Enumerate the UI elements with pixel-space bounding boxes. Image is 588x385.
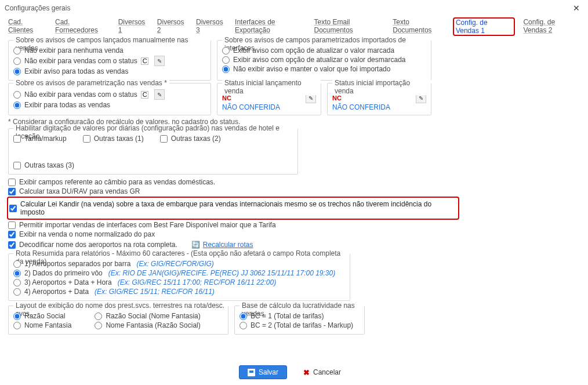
g1-r2-label: Não exibir para vendas com o status [24, 57, 137, 65]
save-icon [248, 369, 255, 376]
g8-r3[interactable] [95, 313, 102, 320]
chk-decod[interactable] [8, 241, 16, 249]
g9-r2-label: BC = 2 (Total de tarifas - Markup) [251, 321, 353, 329]
g8-r1-label: Razão Social [24, 312, 66, 320]
recalc-link[interactable]: Recalcular rotas [203, 241, 253, 249]
g7-r4-label: 4) Aeroportos + Data [24, 288, 89, 296]
group5-legend: Status inicial importação venda [332, 79, 431, 95]
g2-r2-label: Exibir aviso com opção de atualizar o va… [233, 56, 405, 64]
tab-diversos1[interactable]: Diversos 1 [117, 17, 149, 36]
g8-r4-label: Nome Fantasia (Razão Social) [106, 321, 200, 329]
g3-r1[interactable] [13, 91, 21, 99]
group4-legend: Status inicial lançamento venda [222, 79, 321, 95]
tab-cad-fornecedores[interactable]: Cad. Fornecedores [54, 17, 110, 36]
chk-tarifa[interactable] [13, 135, 21, 143]
g7-r4-ex: (Ex: GIG/REC 15/11; REC/FOR 16/11) [95, 288, 215, 296]
chk-durav-label: Calcular taxa DU/RAV para vendas GR [19, 187, 140, 195]
chk-cambio[interactable] [8, 179, 16, 186]
g3-r1-label: Não exibir para vendas com o status [24, 90, 137, 99]
tab-interfaces[interactable]: Interfaces de Exportação [234, 17, 306, 36]
chk-decod-label: Decodificar nome dos aeroportos na rota … [19, 241, 177, 249]
tab-bar: Cad. Clientes Cad. Fornecedores Diversos… [0, 16, 588, 38]
cancel-button[interactable]: ✖ Cancelar [295, 365, 349, 379]
g2-r3[interactable] [222, 66, 230, 73]
cancel-label: Cancelar [313, 368, 341, 376]
cancel-icon: ✖ [303, 368, 310, 377]
tab-config-vendas2[interactable]: Config. de Vendas 2 [522, 17, 581, 36]
g3-r2[interactable] [13, 101, 21, 109]
chk-kandir-label: Calcular Lei Kandir (na venda) sobre a t… [20, 200, 455, 216]
tab-cad-clientes[interactable]: Cad. Clientes [7, 17, 47, 36]
g7-r1[interactable] [13, 260, 21, 268]
g7-r1-label: 1) Aeroportos separados por barra [24, 260, 130, 268]
chk-taxas3[interactable] [13, 162, 21, 169]
g9-r1-label: BC = 1 (Total de tarifas) [251, 312, 324, 320]
save-button[interactable]: Salvar [239, 365, 287, 379]
save-label: Salvar [259, 368, 278, 376]
chk-taxas2[interactable] [160, 135, 168, 143]
chk-bestfare-label: Permitir importar vendas de interfaces c… [19, 221, 276, 229]
g9-r1[interactable] [239, 313, 247, 320]
g8-r3-label: Razão Social (Nome Fantasia) [106, 312, 200, 320]
g1-r1-label: Não exibir para nenhuma venda [24, 46, 124, 55]
edit-icon[interactable]: ✎ [154, 89, 165, 100]
g2-r1-label: Exibir aviso com opção de atualizar o va… [233, 46, 394, 55]
chk-bestfare[interactable] [8, 221, 16, 229]
tab-diversos3[interactable]: Diversos 3 [195, 17, 227, 36]
g7-r2-label: 2) Dados do primeiro vôo [24, 269, 103, 277]
g7-r4[interactable] [13, 288, 21, 296]
g1-r1[interactable] [13, 47, 21, 55]
g1-r3[interactable] [13, 68, 21, 75]
g1-r2[interactable] [13, 57, 21, 65]
chk-cambio-label: Exibir campos referente ao câmbio para a… [19, 178, 215, 186]
g2-r1[interactable] [222, 47, 230, 55]
recalc-icon: 🔄 [191, 240, 201, 249]
close-icon[interactable]: ✕ [569, 2, 583, 14]
chk-taxas1-label: Outras taxas (1) [94, 135, 144, 143]
g7-r2[interactable] [13, 270, 21, 277]
tab-texto-doc[interactable]: Texto Documentos [391, 17, 446, 36]
g7-r3-ex: (Ex: GIG/REC 15/11 17:00; REC/FOR 16/11 … [118, 278, 276, 286]
g1-r3-label: Exibir aviso para todas as vendas [24, 67, 128, 75]
chk-taxas1[interactable] [83, 135, 90, 143]
g1-status-input[interactable] [141, 57, 148, 65]
g8-r2[interactable] [13, 322, 21, 329]
tab-diversos2[interactable]: Diversos 2 [156, 17, 188, 36]
chk-taxas3-label: Outras taxas (3) [24, 161, 74, 169]
chk-taxas2-label: Outras taxas (2) [171, 135, 221, 143]
g7-r1-ex: (Ex: GIG/REC/FOR/GIG) [136, 260, 213, 268]
g3-status-input[interactable] [141, 91, 148, 99]
g7-r3[interactable] [13, 279, 21, 286]
g9-r2[interactable] [239, 322, 247, 329]
chk-tarifa-label: Tarifa/markup [24, 135, 67, 143]
status-code: NC [332, 95, 342, 101]
chk-durav[interactable] [8, 188, 16, 195]
g2-r3-label: Não exibir aviso e manter o valor que fo… [233, 65, 390, 73]
window-title: Configurações gerais [5, 4, 70, 12]
g2-r2[interactable] [222, 56, 230, 64]
chk-kandir[interactable] [9, 205, 17, 212]
tab-texto-email[interactable]: Texto Email Documentos [313, 17, 384, 36]
g8-r2-label: Nome Fantasia [24, 321, 71, 329]
g3-r2-label: Exibir para todas as vendas [24, 101, 110, 109]
chk-nomenorm-label: Exibir na venda o nome normalizado do pa… [19, 230, 155, 238]
edit-icon[interactable]: ✎ [154, 56, 165, 66]
group3-legend: Sobre os avisos de parametrização nas ve… [13, 79, 169, 87]
g7-r2-ex: (Ex: RIO DE JAN(GIG)/RECIFE. PE(REC) JJ … [108, 269, 335, 277]
status-code: NC [222, 95, 231, 101]
g8-r1[interactable] [13, 313, 21, 320]
status-link[interactable]: NÃO CONFERIDA [332, 103, 426, 111]
g8-r4[interactable] [95, 322, 102, 329]
status-link[interactable]: NÃO CONFERIDA [222, 103, 316, 111]
g7-r3-label: 3) Aeroportos + Data + Hora [24, 278, 112, 286]
tab-config-vendas1[interactable]: Config. de Vendas 1 [453, 17, 516, 36]
chk-nomenorm[interactable] [8, 231, 16, 238]
